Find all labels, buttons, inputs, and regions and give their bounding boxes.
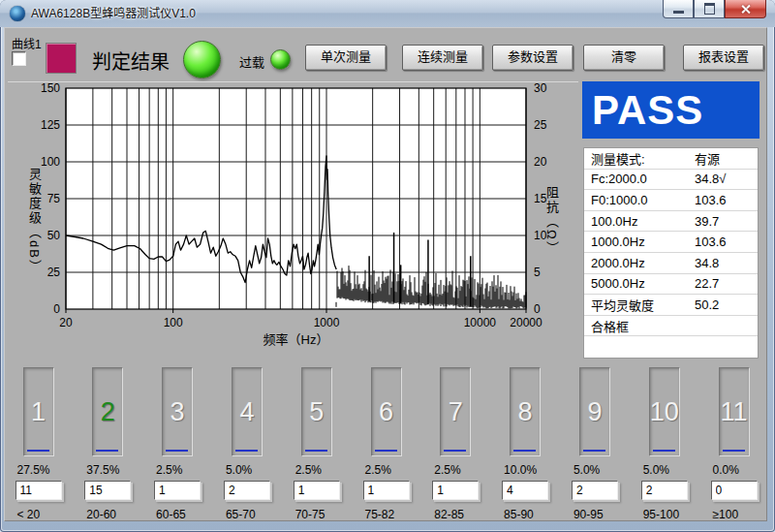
slider-count-input[interactable]: [432, 481, 479, 500]
slider-count-input[interactable]: [572, 481, 618, 500]
minimize-icon: [673, 11, 684, 14]
maximize-button[interactable]: [694, 0, 725, 18]
result-value: 103.6: [695, 235, 758, 249]
svg-text:25: 25: [534, 118, 547, 132]
curve-checkbox[interactable]: [12, 51, 26, 66]
slider-percent-label: 37.5%: [86, 463, 154, 477]
level-slider-4[interactable]: 4: [232, 367, 263, 456]
close-icon: [739, 3, 752, 16]
slider-fill-indicator: [166, 450, 188, 452]
svg-text:20000: 20000: [510, 316, 542, 329]
table-row: F0:1000.0103.6: [584, 190, 758, 211]
slider-range-label: ≥100: [713, 508, 775, 521]
slider-fill-indicator: [723, 450, 745, 452]
result-value: 34.8√: [695, 172, 758, 186]
svg-text:15: 15: [534, 192, 547, 205]
result-value: 39.7: [695, 214, 758, 229]
table-row: 2000.0Hz34.8: [584, 253, 758, 274]
title-bar[interactable]: AWA6128B型蜂鸣器测试仪V1.0: [0, 0, 775, 27]
slider-fill-indicator: [375, 450, 397, 452]
table-row: 1000.0Hz103.6: [584, 232, 758, 253]
judge-result-led-icon: [183, 41, 221, 78]
overload-led-icon: [270, 49, 291, 70]
slider-number: 11: [720, 368, 749, 455]
result-label: 合格框: [584, 317, 695, 335]
slider-count-input[interactable]: [641, 481, 688, 500]
slider-count-input[interactable]: [154, 481, 201, 500]
slider-range-label: 85-90: [504, 508, 572, 521]
svg-text:1000: 1000: [314, 316, 340, 329]
level-slider-3[interactable]: 3: [162, 367, 193, 456]
toolbar-button-2[interactable]: 参数设置: [492, 45, 574, 71]
svg-text:100: 100: [164, 316, 183, 329]
slider-percent-label: 0.0%: [713, 463, 775, 477]
slider-count-input[interactable]: [294, 481, 340, 500]
slider-percent-label: 10.0%: [504, 463, 572, 477]
slider-number: 1: [24, 368, 53, 455]
svg-text:10000: 10000: [464, 316, 497, 329]
slider-range-label: 90-95: [574, 508, 641, 521]
slider-range-label: 95-100: [643, 508, 711, 521]
table-row: 100.0Hz39.7: [584, 211, 758, 233]
slider-fill-indicator: [513, 450, 536, 452]
slider-count-input[interactable]: [502, 481, 548, 500]
slider-fill-indicator: [27, 450, 49, 452]
toolbar-button-0[interactable]: 单次测量: [305, 45, 387, 71]
level-slider-1[interactable]: 1: [23, 367, 54, 456]
curve-color-swatch: [46, 43, 77, 74]
toolbar-button-4[interactable]: 报表设置: [683, 45, 764, 71]
table-row: 测量模式:有源: [584, 148, 758, 170]
level-slider-2[interactable]: 2: [92, 367, 123, 456]
slider-range-label: 70-75: [295, 508, 363, 521]
judge-result-label: 判定结果: [92, 47, 170, 75]
svg-text:10: 10: [534, 229, 547, 242]
slider-number: 8: [511, 368, 540, 455]
slider-count-input[interactable]: [16, 481, 62, 500]
slider-number: 7: [441, 368, 470, 455]
toolbar-button-3[interactable]: 清零: [583, 45, 665, 71]
table-row: Fc:2000.034.8√: [584, 170, 758, 191]
svg-text:100: 100: [41, 155, 60, 169]
slider-count-input[interactable]: [711, 481, 758, 500]
slider-number: 4: [232, 368, 262, 455]
result-value: 34.8: [695, 256, 758, 270]
slider-percent-label: 27.5%: [17, 463, 85, 477]
app-window: AWA6128B型蜂鸣器测试仪V1.0 曲线1 判定结果 过载 单次测量连续测量…: [0, 0, 775, 532]
slider-percent-label: 2.5%: [365, 463, 433, 477]
result-label: 5000.0Hz: [584, 276, 695, 291]
slider-percent-label: 5.0%: [643, 463, 711, 477]
slider-number: 2: [93, 368, 122, 455]
slider-fill-indicator: [444, 450, 466, 452]
close-button[interactable]: [725, 0, 766, 18]
slider-number: 10: [650, 368, 679, 455]
slider-fill-indicator: [653, 450, 675, 452]
result-label: Fc:2000.0: [584, 172, 695, 186]
svg-text:20: 20: [59, 316, 73, 329]
slider-range-label: 65-70: [226, 508, 294, 521]
slider-fill-indicator: [235, 450, 258, 452]
minimize-button[interactable]: [663, 0, 694, 18]
slider-count-input[interactable]: [224, 481, 270, 500]
pass-banner: PASS: [582, 81, 760, 139]
level-slider-9[interactable]: 9: [579, 367, 610, 456]
slider-range-label: 75-82: [365, 508, 433, 521]
overload-label: 过载: [239, 52, 264, 71]
toolbar-button-1[interactable]: 连续测量: [402, 45, 483, 71]
level-slider-11[interactable]: 11: [719, 367, 750, 456]
level-slider-8[interactable]: 8: [510, 367, 541, 456]
slider-count-input[interactable]: [84, 481, 131, 500]
slider-count-input[interactable]: [363, 481, 410, 500]
level-slider-7[interactable]: 7: [440, 367, 471, 456]
result-label: 100.0Hz: [584, 214, 695, 229]
level-slider-5[interactable]: 5: [301, 367, 332, 456]
slider-fill-indicator: [96, 450, 118, 452]
level-slider-6[interactable]: 6: [371, 367, 402, 456]
window-controls: [663, 0, 766, 18]
svg-text:20: 20: [534, 155, 547, 169]
level-slider-10[interactable]: 10: [649, 367, 680, 456]
slider-number: 3: [163, 368, 192, 455]
result-label: F0:1000.0: [584, 193, 695, 207]
table-row: [584, 336, 758, 358]
results-table[interactable]: 测量模式:有源Fc:2000.034.8√F0:1000.0103.6100.0…: [583, 147, 759, 359]
slider-range-label: < 20: [17, 508, 85, 521]
